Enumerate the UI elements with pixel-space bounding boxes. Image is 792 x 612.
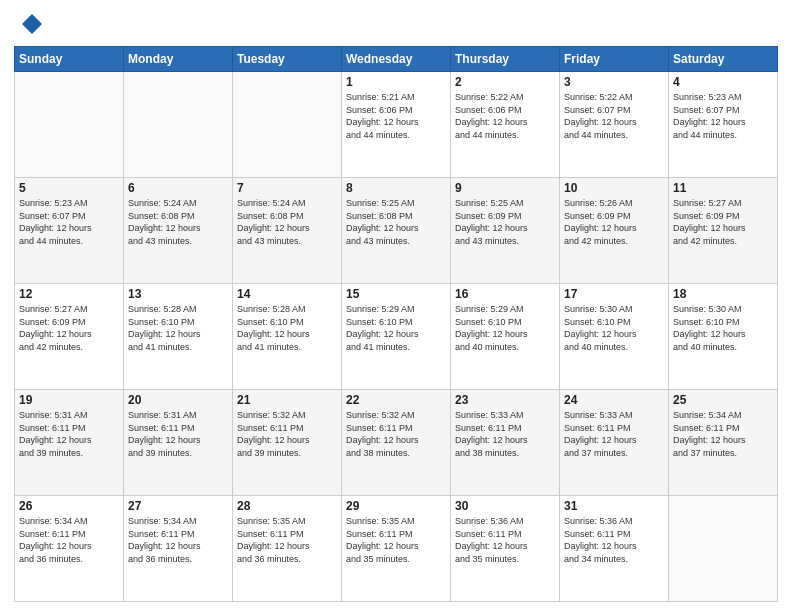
calendar-header-friday: Friday [560, 47, 669, 72]
calendar-week-0: 1Sunrise: 5:21 AM Sunset: 6:06 PM Daylig… [15, 72, 778, 178]
calendar-week-1: 5Sunrise: 5:23 AM Sunset: 6:07 PM Daylig… [15, 178, 778, 284]
calendar-week-3: 19Sunrise: 5:31 AM Sunset: 6:11 PM Dayli… [15, 390, 778, 496]
day-number: 26 [19, 499, 119, 513]
calendar-header-wednesday: Wednesday [342, 47, 451, 72]
day-number: 11 [673, 181, 773, 195]
day-number: 7 [237, 181, 337, 195]
page: SundayMondayTuesdayWednesdayThursdayFrid… [0, 0, 792, 612]
day-number: 31 [564, 499, 664, 513]
day-info: Sunrise: 5:35 AM Sunset: 6:11 PM Dayligh… [346, 515, 446, 565]
day-number: 28 [237, 499, 337, 513]
calendar-week-2: 12Sunrise: 5:27 AM Sunset: 6:09 PM Dayli… [15, 284, 778, 390]
day-info: Sunrise: 5:22 AM Sunset: 6:06 PM Dayligh… [455, 91, 555, 141]
day-number: 30 [455, 499, 555, 513]
calendar-cell: 3Sunrise: 5:22 AM Sunset: 6:07 PM Daylig… [560, 72, 669, 178]
logo-icon [14, 10, 42, 38]
day-info: Sunrise: 5:25 AM Sunset: 6:09 PM Dayligh… [455, 197, 555, 247]
calendar-cell: 26Sunrise: 5:34 AM Sunset: 6:11 PM Dayli… [15, 496, 124, 602]
day-number: 18 [673, 287, 773, 301]
day-number: 21 [237, 393, 337, 407]
calendar-cell: 6Sunrise: 5:24 AM Sunset: 6:08 PM Daylig… [124, 178, 233, 284]
day-number: 10 [564, 181, 664, 195]
calendar-cell: 18Sunrise: 5:30 AM Sunset: 6:10 PM Dayli… [669, 284, 778, 390]
day-info: Sunrise: 5:28 AM Sunset: 6:10 PM Dayligh… [128, 303, 228, 353]
day-number: 19 [19, 393, 119, 407]
day-info: Sunrise: 5:36 AM Sunset: 6:11 PM Dayligh… [564, 515, 664, 565]
calendar-cell: 29Sunrise: 5:35 AM Sunset: 6:11 PM Dayli… [342, 496, 451, 602]
calendar-cell: 10Sunrise: 5:26 AM Sunset: 6:09 PM Dayli… [560, 178, 669, 284]
day-info: Sunrise: 5:29 AM Sunset: 6:10 PM Dayligh… [455, 303, 555, 353]
day-info: Sunrise: 5:34 AM Sunset: 6:11 PM Dayligh… [19, 515, 119, 565]
calendar-header-saturday: Saturday [669, 47, 778, 72]
day-number: 1 [346, 75, 446, 89]
day-info: Sunrise: 5:30 AM Sunset: 6:10 PM Dayligh… [564, 303, 664, 353]
day-info: Sunrise: 5:32 AM Sunset: 6:11 PM Dayligh… [346, 409, 446, 459]
calendar-cell: 20Sunrise: 5:31 AM Sunset: 6:11 PM Dayli… [124, 390, 233, 496]
day-number: 13 [128, 287, 228, 301]
calendar-cell [669, 496, 778, 602]
calendar-cell: 5Sunrise: 5:23 AM Sunset: 6:07 PM Daylig… [15, 178, 124, 284]
day-info: Sunrise: 5:31 AM Sunset: 6:11 PM Dayligh… [19, 409, 119, 459]
day-number: 14 [237, 287, 337, 301]
day-info: Sunrise: 5:23 AM Sunset: 6:07 PM Dayligh… [673, 91, 773, 141]
day-number: 20 [128, 393, 228, 407]
day-number: 4 [673, 75, 773, 89]
day-info: Sunrise: 5:33 AM Sunset: 6:11 PM Dayligh… [455, 409, 555, 459]
calendar-cell: 23Sunrise: 5:33 AM Sunset: 6:11 PM Dayli… [451, 390, 560, 496]
day-info: Sunrise: 5:34 AM Sunset: 6:11 PM Dayligh… [128, 515, 228, 565]
day-info: Sunrise: 5:32 AM Sunset: 6:11 PM Dayligh… [237, 409, 337, 459]
day-info: Sunrise: 5:27 AM Sunset: 6:09 PM Dayligh… [19, 303, 119, 353]
day-info: Sunrise: 5:24 AM Sunset: 6:08 PM Dayligh… [237, 197, 337, 247]
day-info: Sunrise: 5:21 AM Sunset: 6:06 PM Dayligh… [346, 91, 446, 141]
calendar-cell: 17Sunrise: 5:30 AM Sunset: 6:10 PM Dayli… [560, 284, 669, 390]
day-info: Sunrise: 5:35 AM Sunset: 6:11 PM Dayligh… [237, 515, 337, 565]
calendar-header-tuesday: Tuesday [233, 47, 342, 72]
calendar-cell [233, 72, 342, 178]
day-number: 17 [564, 287, 664, 301]
calendar-week-4: 26Sunrise: 5:34 AM Sunset: 6:11 PM Dayli… [15, 496, 778, 602]
logo [14, 10, 46, 38]
day-number: 22 [346, 393, 446, 407]
day-info: Sunrise: 5:28 AM Sunset: 6:10 PM Dayligh… [237, 303, 337, 353]
day-info: Sunrise: 5:25 AM Sunset: 6:08 PM Dayligh… [346, 197, 446, 247]
day-number: 25 [673, 393, 773, 407]
day-info: Sunrise: 5:22 AM Sunset: 6:07 PM Dayligh… [564, 91, 664, 141]
calendar-cell: 15Sunrise: 5:29 AM Sunset: 6:10 PM Dayli… [342, 284, 451, 390]
day-info: Sunrise: 5:30 AM Sunset: 6:10 PM Dayligh… [673, 303, 773, 353]
day-info: Sunrise: 5:36 AM Sunset: 6:11 PM Dayligh… [455, 515, 555, 565]
day-number: 6 [128, 181, 228, 195]
calendar-header-thursday: Thursday [451, 47, 560, 72]
calendar-table: SundayMondayTuesdayWednesdayThursdayFrid… [14, 46, 778, 602]
day-info: Sunrise: 5:29 AM Sunset: 6:10 PM Dayligh… [346, 303, 446, 353]
calendar-cell: 2Sunrise: 5:22 AM Sunset: 6:06 PM Daylig… [451, 72, 560, 178]
day-info: Sunrise: 5:34 AM Sunset: 6:11 PM Dayligh… [673, 409, 773, 459]
calendar-cell: 31Sunrise: 5:36 AM Sunset: 6:11 PM Dayli… [560, 496, 669, 602]
calendar-cell: 11Sunrise: 5:27 AM Sunset: 6:09 PM Dayli… [669, 178, 778, 284]
calendar-cell: 24Sunrise: 5:33 AM Sunset: 6:11 PM Dayli… [560, 390, 669, 496]
day-info: Sunrise: 5:33 AM Sunset: 6:11 PM Dayligh… [564, 409, 664, 459]
calendar-cell: 22Sunrise: 5:32 AM Sunset: 6:11 PM Dayli… [342, 390, 451, 496]
calendar-cell: 19Sunrise: 5:31 AM Sunset: 6:11 PM Dayli… [15, 390, 124, 496]
calendar-cell [124, 72, 233, 178]
svg-marker-0 [22, 14, 42, 34]
day-number: 12 [19, 287, 119, 301]
day-number: 2 [455, 75, 555, 89]
day-number: 8 [346, 181, 446, 195]
calendar-cell: 8Sunrise: 5:25 AM Sunset: 6:08 PM Daylig… [342, 178, 451, 284]
day-number: 24 [564, 393, 664, 407]
day-number: 3 [564, 75, 664, 89]
calendar-cell: 27Sunrise: 5:34 AM Sunset: 6:11 PM Dayli… [124, 496, 233, 602]
calendar-cell: 21Sunrise: 5:32 AM Sunset: 6:11 PM Dayli… [233, 390, 342, 496]
header [14, 10, 778, 38]
day-info: Sunrise: 5:23 AM Sunset: 6:07 PM Dayligh… [19, 197, 119, 247]
calendar-cell: 12Sunrise: 5:27 AM Sunset: 6:09 PM Dayli… [15, 284, 124, 390]
calendar-cell: 7Sunrise: 5:24 AM Sunset: 6:08 PM Daylig… [233, 178, 342, 284]
calendar-cell: 14Sunrise: 5:28 AM Sunset: 6:10 PM Dayli… [233, 284, 342, 390]
day-number: 29 [346, 499, 446, 513]
day-number: 27 [128, 499, 228, 513]
calendar-cell: 28Sunrise: 5:35 AM Sunset: 6:11 PM Dayli… [233, 496, 342, 602]
day-number: 9 [455, 181, 555, 195]
calendar-header-row: SundayMondayTuesdayWednesdayThursdayFrid… [15, 47, 778, 72]
calendar-cell: 16Sunrise: 5:29 AM Sunset: 6:10 PM Dayli… [451, 284, 560, 390]
calendar-cell: 1Sunrise: 5:21 AM Sunset: 6:06 PM Daylig… [342, 72, 451, 178]
